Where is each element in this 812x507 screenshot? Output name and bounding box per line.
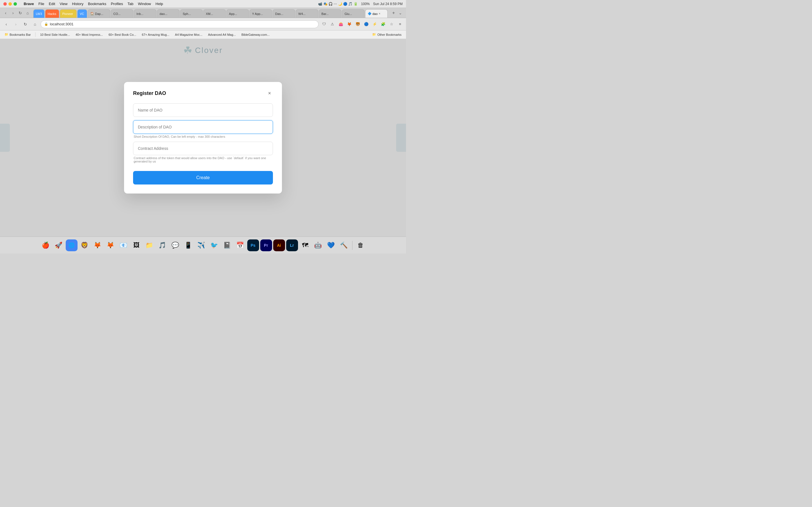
dock-ps[interactable]: Ps <box>247 239 259 251</box>
url-bar[interactable]: 🔒 localhost:3001 <box>41 20 319 28</box>
address-bar-icons: 🛡 ⚠ 👛 🦊 🐯 🔵 ⚡ 🧩 ☆ ≡ <box>320 20 404 28</box>
tab-app2[interactable]: Y App... <box>250 9 272 18</box>
dock-mail[interactable]: 📧 <box>117 239 130 251</box>
dock-finder[interactable]: 🍎 <box>40 239 52 251</box>
tab-active-dao[interactable]: 🔷 dao × <box>365 9 388 18</box>
dock-metamask[interactable]: 🦊 <box>105 239 116 251</box>
tab-das[interactable]: Das... <box>273 9 295 18</box>
contract-address-input[interactable] <box>133 142 273 155</box>
dao-name-input[interactable] <box>133 103 273 117</box>
url-text: localhost:3001 <box>50 22 73 26</box>
dock-ai[interactable]: Ai <box>273 239 285 251</box>
bookmark-bookmarks-bar[interactable]: 📁 Bookmarks Bar <box>2 32 33 37</box>
tab-w4[interactable]: W4... <box>296 9 318 18</box>
menu-edit[interactable]: Edit <box>47 1 57 6</box>
bookmark-impress[interactable]: 40+ Most Impress... <box>73 33 105 37</box>
tab-xm[interactable]: XM... <box>203 9 226 18</box>
tab-hacks[interactable]: Hacks <box>45 9 59 18</box>
minimize-window-button[interactable] <box>8 2 12 6</box>
maximize-window-button[interactable] <box>13 2 17 6</box>
tab-dap[interactable]: 🏠 Dap... <box>88 9 110 18</box>
extension-icon-2[interactable]: 🔵 <box>363 20 370 28</box>
wallet-icon[interactable]: 👛 <box>337 20 345 28</box>
dock-spotify[interactable]: 🎵 <box>156 239 168 251</box>
menu-profiles[interactable]: Profiles <box>109 1 125 6</box>
dock-premiere[interactable]: Pr <box>260 239 272 251</box>
dao-description-input[interactable] <box>133 120 273 134</box>
nav-home-button[interactable]: ⌂ <box>31 20 39 28</box>
contract-address-field-group: Contract address of the token that would… <box>133 142 273 163</box>
menu-window[interactable]: Window <box>136 1 153 6</box>
tab-giu[interactable]: Giu... <box>342 9 364 18</box>
bookmarks-icon[interactable]: ☆ <box>388 20 395 28</box>
tab-sph[interactable]: Sph... <box>180 9 203 18</box>
dock-brave[interactable]: 🦁 <box>79 239 91 251</box>
extensions-menu[interactable]: 🧩 <box>379 20 387 28</box>
dock-twitter[interactable]: 🐦 <box>208 239 220 251</box>
menu-file[interactable]: File <box>36 1 47 6</box>
modal-close-button[interactable]: × <box>266 90 273 97</box>
traffic-lights <box>3 2 17 6</box>
dock-telegram[interactable]: ✈️ <box>195 239 207 251</box>
bookmark-magazine[interactable]: A4 Magazine Moc... <box>173 33 205 37</box>
dock-notion[interactable]: 📓 <box>221 239 233 251</box>
dock-discord[interactable]: 💬 <box>169 239 181 251</box>
dock-calendar[interactable]: 📅 <box>234 239 246 251</box>
tab-list-button[interactable]: ⌄ <box>397 10 404 16</box>
bookmark-bible[interactable]: BibleGateway.com... <box>239 33 272 37</box>
create-dao-button[interactable]: Create <box>133 171 273 184</box>
bookmark-mug[interactable]: 67+ Amazing Mug... <box>140 33 172 37</box>
bookmark-book[interactable]: 60+ Best Book Co... <box>106 33 139 37</box>
bookmark-label: BibleGateway.com... <box>241 33 269 36</box>
nav-back-button[interactable]: ‹ <box>2 20 10 28</box>
metamask-icon[interactable]: 🦊 <box>346 20 353 28</box>
tab-vc[interactable]: VC <box>77 9 87 18</box>
menu-app-name[interactable]: Brave <box>21 1 36 6</box>
brave-shield-icon[interactable]: 🛡 <box>320 20 327 28</box>
tab-label: Pioneer <box>62 12 73 15</box>
menu-history[interactable]: History <box>70 1 86 6</box>
bookmark-other[interactable]: 📁 Other Bookmarks <box>370 32 404 37</box>
extension-icon-3[interactable]: ⚡ <box>371 20 378 28</box>
dock-firefox[interactable]: 🦊 <box>92 239 103 251</box>
bookmark-adv-magazine[interactable]: Advanced A4 Mag... <box>206 33 238 37</box>
dock-maps[interactable]: 🗺 <box>299 239 311 251</box>
nav-reload-button[interactable]: ↻ <box>21 20 29 28</box>
forward-button[interactable]: › <box>10 10 16 16</box>
dock-launchpad[interactable]: 🚀 <box>53 239 64 251</box>
tab-pioneer[interactable]: Pioneer <box>60 9 77 18</box>
dock-whatsapp[interactable]: 📱 <box>183 239 194 251</box>
tab-dao[interactable]: dao... <box>157 9 180 18</box>
menu-view[interactable]: View <box>57 1 70 6</box>
dock-xcode[interactable]: 🔨 <box>338 239 350 251</box>
dock-finder-2[interactable]: 📁 <box>144 239 155 251</box>
dock-chrome[interactable]: 🌐 <box>66 239 78 251</box>
extension-icon-1[interactable]: 🐯 <box>354 20 361 28</box>
menu-tab[interactable]: Tab <box>125 1 136 6</box>
dock-vscode[interactable]: 💙 <box>325 239 337 251</box>
tab-app1[interactable]: App... <box>226 9 249 18</box>
dock-android[interactable]: 🤖 <box>312 239 324 251</box>
browser-menu[interactable]: ≡ <box>396 20 404 28</box>
back-button[interactable]: ‹ <box>2 10 9 16</box>
close-window-button[interactable] <box>3 2 7 6</box>
tab-close-icon[interactable]: × <box>378 12 380 15</box>
bookmark-side-hustle[interactable]: 10 Best Side Hustle... <box>38 33 72 37</box>
tab-co[interactable]: CO... <box>111 9 133 18</box>
dock-lightroom[interactable]: Lr <box>286 239 298 251</box>
tab-bar-tab[interactable]: Bar... <box>319 9 342 18</box>
menu-bookmarks[interactable]: Bookmarks <box>86 1 109 6</box>
new-tab-button[interactable]: + <box>390 10 397 16</box>
menu-help[interactable]: Help <box>153 1 165 6</box>
tab-lw3[interactable]: LW3 <box>33 9 45 18</box>
home-button[interactable]: ⌂ <box>24 10 31 16</box>
dock-photos[interactable]: 🖼 <box>131 239 142 251</box>
reload-button[interactable]: ↻ <box>17 10 24 16</box>
nav-forward-button[interactable]: › <box>12 20 20 28</box>
title-bar-left: Brave File Edit View History Bookmarks P… <box>3 1 165 6</box>
tab-favicon: 🏠 <box>90 12 94 15</box>
dock-trash[interactable]: 🗑 <box>355 239 366 251</box>
bookmarks-bar: 📁 Bookmarks Bar 10 Best Side Hustle... 4… <box>0 31 406 39</box>
tab-inbox[interactable]: Inb... <box>134 9 156 18</box>
brave-alert-icon[interactable]: ⚠ <box>329 20 336 28</box>
